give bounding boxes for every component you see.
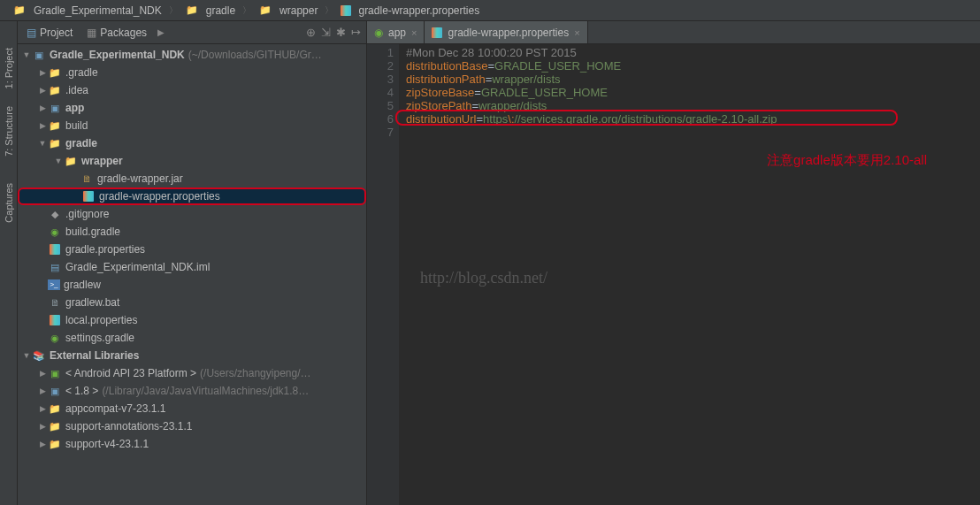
breadcrumb-label: gradle <box>206 4 235 17</box>
tree-row-external-libraries[interactable]: ▼📚External Libraries <box>18 347 366 364</box>
tree-row-wrapper[interactable]: ▼📁wrapper <box>18 152 366 170</box>
tree-row-app[interactable]: ▶▣app <box>18 99 366 117</box>
tree-row--android-api-23-platform-[interactable]: ▶▣< Android API 23 Platform > (/Users/zh… <box>18 364 366 382</box>
packages-icon: ▦ <box>87 27 96 39</box>
chevron-right-icon[interactable]: ▶ <box>157 27 165 37</box>
disclosure-icon[interactable]: ▶ <box>37 86 48 95</box>
tree-label: .gradle <box>65 66 98 79</box>
disclosure-icon[interactable]: ▶ <box>37 404 48 413</box>
disclosure-icon[interactable]: ▶ <box>37 369 48 378</box>
project-tree[interactable]: ▼▣Gradle_Experimental_NDK (~/Downloads/G… <box>18 44 366 505</box>
watermark-text: http://blog.csdn.net/ <box>420 269 547 287</box>
editor-tab-label: app <box>388 27 406 39</box>
tree-label: build.gradle <box>65 226 120 238</box>
tree-row-gradlew-bat[interactable]: 🗎gradlew.bat <box>18 294 366 311</box>
hide-icon[interactable]: ↦ <box>351 26 361 39</box>
line-number: 3 <box>367 73 394 86</box>
disclosure-icon[interactable]: ▼ <box>53 157 64 165</box>
gutter: 1234567 <box>367 44 399 505</box>
editor-area: ◉ app × gradle-wrapper.properties × 1234… <box>367 21 980 505</box>
tree-row-gradle-experimental-ndk-iml[interactable]: ▤Gradle_Experimental_NDK.iml <box>18 258 366 276</box>
code-comment: #Mon Dec 28 10:00:20 PST 2015 <box>406 46 577 59</box>
tree-label: gradlew <box>64 279 101 291</box>
tree-row-build-gradle[interactable]: ◉build.gradle <box>18 223 366 241</box>
tree-row-appcompat-v7-23-1-1[interactable]: ▶📁appcompat-v7-23.1.1 <box>18 400 366 417</box>
breadcrumb-gradle[interactable]: 📁 gradle <box>181 2 239 19</box>
annotation-text: 注意gradle版本要用2.10-all <box>767 152 927 169</box>
project-panel: ▤ Project ▦ Packages ▶ ⊕ ⇲ ✱ ↦ ▼▣Gradle_… <box>18 21 367 505</box>
tree-row-local-properties[interactable]: local.properties <box>18 311 366 329</box>
gear-icon[interactable]: ✱ <box>336 26 346 39</box>
tree-row-gradle-properties[interactable]: gradle.properties <box>18 241 366 258</box>
tree-row-gradle[interactable]: ▼📁gradle <box>18 134 366 152</box>
disclosure-icon[interactable]: ▶ <box>37 422 48 431</box>
disclosure-icon[interactable]: ▼ <box>37 139 48 148</box>
tree-row-gradle-wrapper-jar[interactable]: 🗎gradle-wrapper.jar <box>18 170 366 187</box>
tab-project[interactable]: ▤ Project <box>23 25 76 41</box>
locate-icon[interactable]: ⇲ <box>321 26 331 39</box>
breadcrumb-file[interactable]: gradle-wrapper.properties <box>337 3 483 19</box>
disclosure-icon[interactable]: ▶ <box>37 68 48 77</box>
gradle-icon: ◉ <box>374 27 383 39</box>
line-number: 1 <box>367 46 394 59</box>
project-panel-header: ▤ Project ▦ Packages ▶ ⊕ ⇲ ✱ ↦ <box>18 21 366 44</box>
line-number: 6 <box>367 112 394 126</box>
close-icon[interactable]: × <box>574 27 579 38</box>
tree-row--gitignore[interactable]: ◆.gitignore <box>18 205 366 223</box>
tree-label: build <box>65 119 88 132</box>
tree-label: support-annotations-23.1.1 <box>65 420 192 432</box>
rail-structure[interactable]: 7: Structure <box>4 106 14 157</box>
tree-hint: (/Library/Java/JavaVirtualMachines/jdk1.… <box>102 385 309 397</box>
disclosure-icon[interactable]: ▶ <box>37 440 48 448</box>
tree-label: settings.gradle <box>65 332 134 344</box>
breadcrumb: 📁 Gradle_Experimental_NDK 〉 📁 gradle 〉 📁… <box>0 0 980 21</box>
tree-label: support-v4-23.1.1 <box>65 438 149 450</box>
chevron-right-icon: 〉 <box>242 4 251 17</box>
editor-tab-app[interactable]: ◉ app × <box>367 21 425 43</box>
disclosure-icon[interactable]: ▶ <box>37 121 48 130</box>
tree-row--idea[interactable]: ▶📁.idea <box>18 81 366 99</box>
editor-tab-properties[interactable]: gradle-wrapper.properties × <box>425 21 587 43</box>
disclosure-icon[interactable]: ▼ <box>21 50 32 59</box>
breadcrumb-label: Gradle_Experimental_NDK <box>34 4 162 17</box>
tree-row-gradle-wrapper-properties[interactable]: gradle-wrapper.properties <box>18 187 366 205</box>
tree-row--gradle[interactable]: ▶📁.gradle <box>18 64 366 81</box>
line-number: 2 <box>367 59 394 73</box>
highlight-box <box>395 110 898 126</box>
close-icon[interactable]: × <box>411 27 417 38</box>
tree-row-settings-gradle[interactable]: ◉settings.gradle <box>18 329 366 347</box>
breadcrumb-wrapper[interactable]: 📁 wrapper <box>255 2 321 19</box>
tree-row-build[interactable]: ▶📁build <box>18 117 366 134</box>
panel-toolbar: ⊕ ⇲ ✱ ↦ <box>306 26 361 39</box>
breadcrumb-root[interactable]: 📁 Gradle_Experimental_NDK <box>9 2 165 19</box>
tab-label: Project <box>40 27 73 39</box>
tree-row--1-8-[interactable]: ▶▣< 1.8 > (/Library/Java/JavaVirtualMach… <box>18 382 366 400</box>
tree-label: gradlew.bat <box>65 296 119 309</box>
disclosure-icon[interactable]: ▼ <box>21 351 32 360</box>
tree-label: Gradle_Experimental_NDK.iml <box>65 261 210 273</box>
tab-packages[interactable]: ▦ Packages <box>83 25 150 41</box>
editor-tabs: ◉ app × gradle-wrapper.properties × <box>367 21 980 44</box>
tree-label: gradle.properties <box>65 243 145 256</box>
tree-label: Gradle_Experimental_NDK <box>50 49 185 61</box>
tree-label: appcompat-v7-23.1.1 <box>65 402 165 415</box>
disclosure-icon[interactable]: ▶ <box>37 103 48 112</box>
tree-row-gradlew[interactable]: >_gradlew <box>18 276 366 294</box>
collapse-icon[interactable]: ⊕ <box>306 26 316 39</box>
disclosure-icon[interactable]: ▶ <box>37 386 48 395</box>
rail-project[interactable]: 1: Project <box>4 48 14 88</box>
chevron-right-icon: 〉 <box>325 4 333 17</box>
tree-row-support-annotations-23-1-1[interactable]: ▶📁support-annotations-23.1.1 <box>18 417 366 435</box>
tree-label: External Libraries <box>50 349 139 362</box>
line-number: 7 <box>367 126 394 139</box>
properties-icon <box>432 27 442 38</box>
rail-captures[interactable]: Captures <box>4 183 14 223</box>
tree-label: wrapper <box>81 155 123 167</box>
tree-label: < 1.8 > <box>65 385 98 397</box>
tree-row-support-v4-23-1-1[interactable]: ▶📁support-v4-23.1.1 <box>18 435 366 453</box>
project-view-icon: ▤ <box>27 27 36 39</box>
tree-row-gradle-experimental-ndk[interactable]: ▼▣Gradle_Experimental_NDK (~/Downloads/G… <box>18 46 366 64</box>
line-number: 5 <box>367 99 394 112</box>
folder-icon: 📁 <box>185 4 199 18</box>
folder-icon: 📁 <box>258 4 272 18</box>
